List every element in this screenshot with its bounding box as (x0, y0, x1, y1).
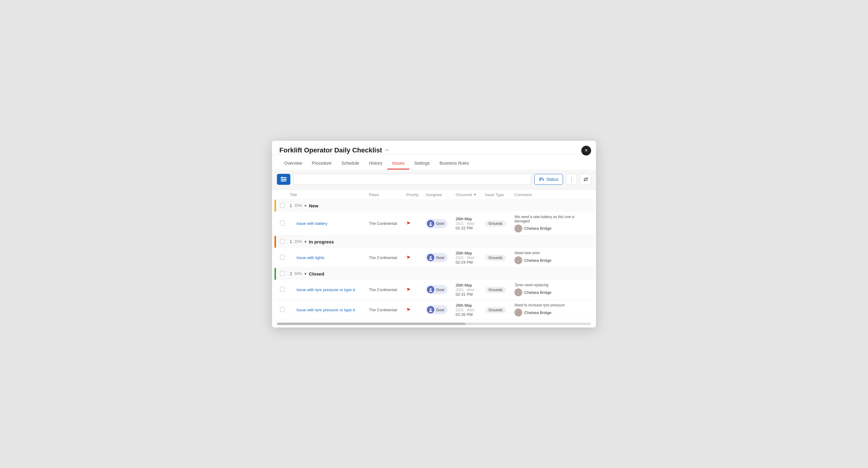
issue-checkbox[interactable] (280, 307, 285, 312)
svg-point-12 (430, 256, 432, 258)
modal: Forklift Operator Daily Checklist ✏ × Ov… (272, 141, 596, 328)
occurred-sub: 2021 · Wed (456, 222, 480, 226)
assignee-avatar (427, 306, 434, 313)
search-input[interactable] (293, 174, 531, 185)
issue-type-badge: Grounds (485, 287, 506, 293)
filter-icon (281, 176, 287, 182)
issue-place: The Continental (369, 221, 397, 226)
edit-icon[interactable]: ✏ (385, 147, 389, 153)
close-button[interactable]: × (581, 146, 591, 156)
priority-flag-icon: ⚑ (406, 255, 410, 260)
occurred-time: 02:24 PM (456, 260, 473, 265)
comment-text: Tyres need replacing (515, 283, 582, 287)
occurred-sub: 2021 · Wed (456, 288, 480, 292)
status-label: Status (546, 177, 558, 182)
comment-area: Need to increase tyre pressure Chelsea B… (515, 303, 582, 316)
issue-place: The Continental (369, 308, 397, 312)
issue-title-link[interactable]: Issue with tyre pressure or type d (297, 308, 355, 312)
assignee-chip: Govi (426, 305, 447, 314)
commenter-avatar (515, 308, 522, 316)
assignee-avatar (427, 286, 434, 293)
svg-point-10 (518, 227, 519, 228)
svg-point-5 (282, 180, 284, 181)
assignee-chip: Govi (426, 285, 447, 294)
issue-title-link[interactable]: Issue with tyre pressure or type d (297, 288, 355, 292)
th-place: Place (367, 190, 404, 200)
th-comment: Comment (512, 190, 593, 200)
occurred-time: 02:31 PM (456, 292, 473, 297)
group-chevron-closed[interactable]: ▾ (304, 272, 307, 276)
svg-point-7 (429, 224, 432, 226)
group-label-new: New (309, 203, 318, 208)
occurred-date: 26th May (456, 303, 480, 308)
group-count-in-progress: 1 (290, 239, 292, 244)
group-row-in-progress: 1 25% ▾ In progress (275, 236, 593, 248)
priority-flag-icon: ⚑ (406, 287, 410, 292)
comment-text: Need new ones (515, 251, 582, 255)
commenter-name: Chelsea Bridge (524, 310, 551, 315)
issue-checkbox[interactable] (280, 221, 285, 226)
refresh-button[interactable]: ⇄ (580, 174, 591, 185)
tab-business-rules[interactable]: Business Rules (435, 158, 474, 170)
issue-title-link[interactable]: Issue with lights (297, 256, 324, 260)
issue-row: Issue with battery The Continental ⚑ Gov… (275, 212, 593, 236)
group-percent-in-progress: 25% (294, 239, 302, 244)
th-assignee: Assignee (423, 190, 453, 200)
commenter-name: Chelsea Bridge (524, 258, 551, 263)
status-icon (539, 177, 544, 182)
occurred-sub: 2021 · Wed (456, 256, 480, 260)
modal-header: Forklift Operator Daily Checklist ✏ × (272, 141, 596, 155)
tab-settings[interactable]: Settings (409, 158, 435, 170)
group-label-closed: Closed (309, 271, 324, 276)
th-occurred[interactable]: Occurred ▼ (453, 190, 482, 200)
issues-table: Title Place Priority Assignee Occurred ▼… (275, 190, 593, 320)
occurred-date: 26th May (456, 283, 480, 288)
svg-point-6 (430, 222, 432, 224)
svg-point-11 (517, 229, 520, 231)
group-row-new: 1 25% ▾ New (275, 199, 593, 212)
svg-point-19 (429, 290, 432, 292)
group-checkbox-closed[interactable] (280, 271, 285, 276)
priority-flag-icon: ⚑ (406, 221, 410, 226)
tabs-bar: Overview Procedure Schedule History Issu… (272, 158, 596, 170)
tab-issues[interactable]: Issues (387, 158, 409, 170)
svg-point-13 (429, 258, 432, 260)
svg-point-22 (518, 291, 519, 292)
horizontal-scrollbar[interactable] (277, 323, 591, 325)
filter-button[interactable] (277, 174, 290, 185)
group-checkbox-new[interactable] (280, 203, 285, 208)
issue-checkbox[interactable] (280, 287, 285, 292)
group-label-in-progress: In progress (309, 239, 334, 244)
assignee-avatar (427, 220, 434, 227)
issue-title-link[interactable]: Issue with battery (297, 221, 327, 226)
issue-checkbox[interactable] (280, 255, 285, 260)
svg-point-23 (517, 293, 520, 295)
commenter-avatar (515, 225, 522, 232)
tab-schedule[interactable]: Schedule (337, 158, 364, 170)
comment-area: We need a new battery as this one is dam… (515, 215, 582, 232)
issue-row: Issue with lights The Continental ⚑ Govi… (275, 248, 593, 268)
issue-place: The Continental (369, 288, 397, 292)
issues-table-wrap: Title Place Priority Assignee Occurred ▼… (272, 190, 596, 320)
svg-point-3 (281, 176, 283, 178)
occurred-date: 26th May (456, 216, 480, 221)
svg-point-28 (518, 311, 519, 312)
group-chevron-new[interactable]: ▾ (304, 203, 307, 208)
tab-procedure[interactable]: Procedure (307, 158, 337, 170)
tab-history[interactable]: History (364, 158, 387, 170)
group-chevron-in-progress[interactable]: ▾ (304, 239, 307, 244)
issue-type-badge: Grounds (485, 221, 506, 227)
modal-title-row: Forklift Operator Daily Checklist ✏ (279, 146, 389, 154)
more-button[interactable]: ⋮ (566, 174, 577, 185)
table-header-row: Title Place Priority Assignee Occurred ▼… (275, 190, 593, 200)
assignee-avatar (427, 254, 434, 261)
th-priority: Priority (404, 190, 423, 200)
group-percent-new: 25% (294, 203, 302, 208)
group-checkbox-in-progress[interactable] (280, 239, 285, 244)
status-button[interactable]: Status (534, 174, 563, 185)
tab-overview[interactable]: Overview (279, 158, 307, 170)
comment-area: Tyres need replacing Chelsea Bridge (515, 283, 582, 296)
issue-type-badge: Grounds (485, 307, 506, 313)
group-percent-closed: 50% (294, 272, 302, 276)
assignee-chip: Govi (426, 219, 447, 228)
